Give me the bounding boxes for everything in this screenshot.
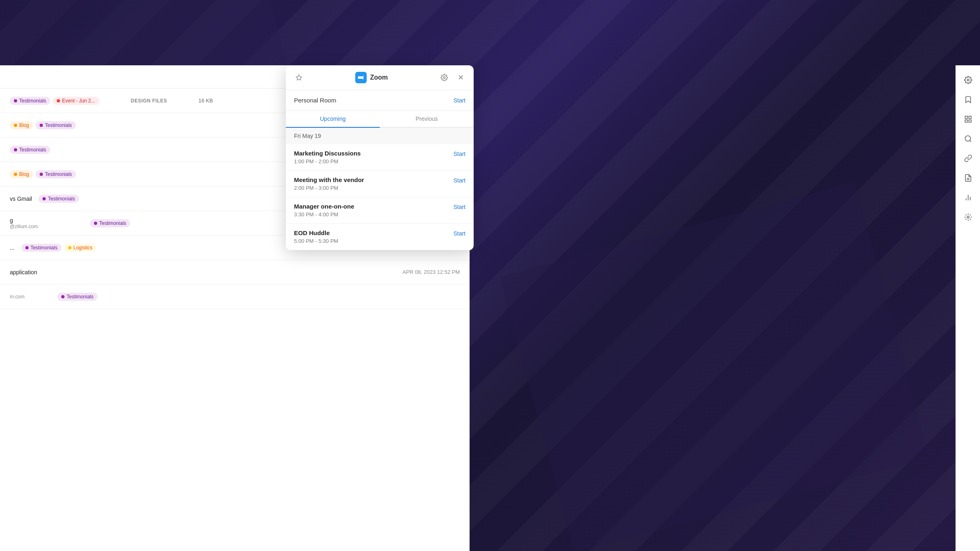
tag-label: Testimonials	[19, 147, 46, 153]
tag-dot	[42, 197, 46, 200]
meeting-item[interactable]: Meeting with the vendor 2:00 PM - 3:00 P…	[286, 171, 474, 197]
meeting-name: Meeting with the vendor	[294, 176, 447, 183]
tag-testimonials[interactable]: Testimonials	[38, 195, 79, 203]
zoom-tabs: Upcoming Previous	[286, 111, 474, 128]
zoom-logo: Zoom	[307, 72, 436, 83]
zoom-close-button[interactable]: ✕	[456, 73, 466, 82]
meeting-info: Manager one-on-one 3:30 PM - 4:00 PM	[294, 203, 447, 218]
tag-dot	[25, 246, 29, 249]
tag-logistics[interactable]: Logistics	[64, 244, 97, 252]
meeting-name: Marketing Discussions	[294, 150, 447, 157]
tag-testimonials[interactable]: Testimonials	[10, 146, 50, 154]
personal-room-start-button[interactable]: Start	[453, 97, 466, 104]
svg-line-16	[969, 140, 971, 142]
tags-area: Testimonials Event - Jun 2...	[10, 97, 124, 105]
apps-sidebar-icon[interactable]	[960, 209, 976, 225]
meeting-start-button[interactable]: Start	[453, 229, 466, 237]
tag-dot	[14, 99, 17, 102]
item-title: g	[10, 217, 83, 224]
tag-label: Blog	[19, 122, 29, 128]
tag-testimonials[interactable]: Testimonials	[57, 293, 98, 301]
tags-area: Testimonials	[10, 146, 124, 154]
meeting-info: Marketing Discussions 1:00 PM - 2:00 PM	[294, 150, 447, 164]
meeting-time: 1:00 PM - 2:00 PM	[294, 158, 447, 164]
bookmark-sidebar-icon[interactable]	[960, 91, 976, 108]
meeting-time: 2:00 PM - 3:00 PM	[294, 185, 447, 191]
meeting-item[interactable]: EOD Huddle 5:00 PM - 5:30 PM Start	[286, 224, 474, 250]
tag-dot	[14, 124, 17, 127]
item-prefix: ...	[10, 244, 15, 251]
item-date: APR 08, 2023 12:52 PM	[267, 269, 460, 275]
zoom-header: Zoom ✕	[286, 65, 474, 90]
date-header: Fri May 19	[286, 128, 474, 144]
meeting-item[interactable]: Marketing Discussions 1:00 PM - 2:00 PM …	[286, 144, 474, 171]
tags-area: Testimonials Logistics	[21, 244, 136, 252]
tag-dot	[57, 99, 60, 102]
tag-dot	[14, 173, 17, 176]
tag-dot	[14, 148, 17, 151]
pin-icon[interactable]	[294, 73, 304, 82]
svg-rect-14	[969, 120, 971, 122]
meeting-name: Manager one-on-one	[294, 203, 447, 210]
personal-room-label: Personal Room	[294, 97, 336, 104]
search-sidebar-icon[interactable]	[960, 131, 976, 147]
zoom-panel: Zoom ✕ Personal Room Start Upcoming Prev…	[286, 65, 474, 250]
meeting-name: EOD Huddle	[294, 229, 447, 236]
right-sidebar	[956, 65, 980, 551]
meeting-info: Meeting with the vendor 2:00 PM - 3:00 P…	[294, 176, 447, 191]
tags-area: Testimonials	[57, 293, 172, 301]
settings-sidebar-icon[interactable]	[960, 72, 976, 88]
meeting-item[interactable]: Manager one-on-one 3:30 PM - 4:00 PM Sta…	[286, 197, 474, 224]
svg-point-15	[965, 136, 970, 141]
tab-previous[interactable]: Previous	[380, 111, 474, 127]
tag-label: Event - Jun 2...	[62, 98, 95, 104]
personal-room-section: Personal Room Start	[286, 90, 474, 111]
zoom-title: Zoom	[370, 74, 388, 81]
list-item[interactable]: application APR 08, 2023 12:52 PM	[0, 260, 470, 284]
tag-testimonials[interactable]: Testimonials	[21, 244, 62, 252]
tag-label: Testimonials	[99, 220, 126, 226]
zoom-settings-icon[interactable]	[439, 73, 449, 82]
tag-testimonials[interactable]: Testimonials	[90, 219, 130, 227]
tag-label: Testimonials	[31, 245, 58, 251]
item-size: 16 KB	[198, 98, 227, 104]
tags-area: Blog Testimonials	[10, 170, 124, 178]
meeting-start-button[interactable]: Start	[453, 176, 466, 184]
svg-point-22	[967, 216, 969, 218]
tag-blog[interactable]: Blog	[10, 170, 33, 178]
tag-event[interactable]: Event - Jun 2...	[53, 97, 99, 105]
document-sidebar-icon[interactable]	[960, 170, 976, 186]
tag-dot	[40, 173, 43, 176]
tag-dot	[40, 124, 43, 127]
list-item[interactable]: m.com Testimonials	[0, 284, 470, 309]
meeting-start-button[interactable]: Start	[453, 203, 466, 210]
tag-testimonials[interactable]: Testimonials	[36, 170, 76, 178]
meeting-time: 3:30 PM - 4:00 PM	[294, 211, 447, 218]
item-subtitle: @zillum.com	[10, 224, 83, 229]
tag-dot	[94, 222, 97, 225]
item-title: application	[10, 269, 37, 276]
item-subtitle: m.com	[10, 294, 51, 300]
item-category: DESIGN FILES	[131, 98, 192, 104]
tag-label: Blog	[19, 171, 29, 177]
tag-dot	[68, 246, 71, 249]
tag-label: Logistics	[74, 245, 93, 251]
tag-testimonials[interactable]: Testimonials	[36, 121, 76, 129]
tag-label: Testimonials	[19, 98, 46, 104]
chart-sidebar-icon[interactable]	[960, 189, 976, 206]
grid-sidebar-icon[interactable]	[960, 111, 976, 127]
tag-label: Testimonials	[67, 294, 94, 300]
tab-upcoming[interactable]: Upcoming	[286, 111, 380, 127]
svg-rect-12	[969, 116, 971, 119]
tag-dot	[61, 295, 65, 298]
zoom-logo-icon	[355, 72, 367, 83]
meeting-start-button[interactable]: Start	[453, 150, 466, 157]
tags-area: Blog Testimonials	[10, 121, 124, 129]
svg-point-23	[443, 77, 445, 79]
item-title: vs Gmail	[10, 196, 32, 202]
link-sidebar-icon[interactable]	[960, 150, 976, 167]
tag-blog[interactable]: Blog	[10, 121, 33, 129]
svg-rect-11	[965, 116, 967, 119]
tags-area: Testimonials	[38, 195, 153, 203]
tag-testimonials[interactable]: Testimonials	[10, 97, 50, 105]
